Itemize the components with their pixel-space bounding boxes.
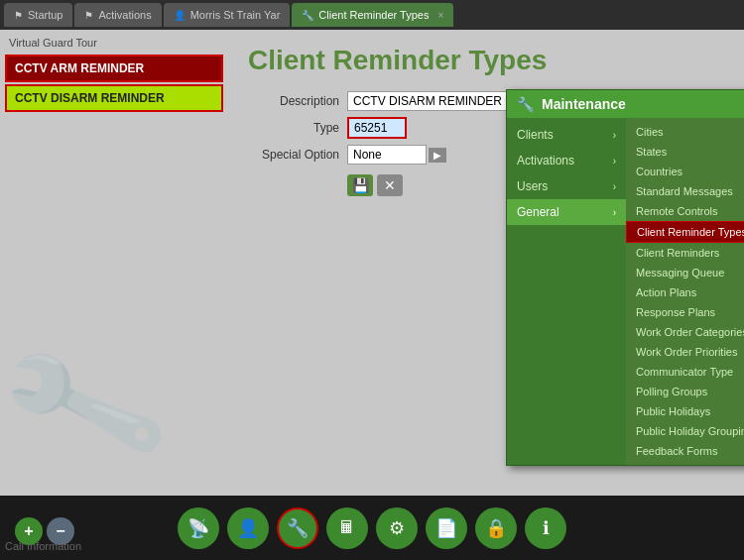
- menu-right-communicator-type[interactable]: Communicator Type: [626, 362, 744, 382]
- reminder-tab-icon: 🔧: [302, 10, 313, 21]
- calculator-icon-button[interactable]: 🖩: [326, 507, 368, 549]
- sidebar-item-arm[interactable]: CCTV ARM REMINDER: [5, 55, 223, 82]
- maintenance-wrench-icon: 🔧: [517, 96, 534, 112]
- maintenance-header: 🔧 Maintenance ✕: [507, 90, 744, 118]
- person-icon-button[interactable]: 👤: [227, 507, 269, 549]
- maintenance-body: Clients › Activations › Users › General …: [507, 118, 744, 465]
- general-chevron: ›: [613, 207, 616, 218]
- menu-right-messaging-queue[interactable]: Messaging Queue: [626, 263, 744, 282]
- info-icon-button[interactable]: ℹ: [525, 507, 566, 549]
- save-button[interactable]: 💾: [347, 174, 373, 196]
- sidebar-header: Virtual Guard Tour: [5, 35, 223, 51]
- menu-right-work-order-priorities[interactable]: Work Order Priorities: [626, 342, 744, 362]
- special-option-value: None: [347, 145, 427, 165]
- info-icon: ℹ: [543, 517, 550, 539]
- morris-tab-icon: 👤: [174, 10, 186, 21]
- menu-right-public-holidays[interactable]: Public Holidays: [626, 401, 744, 421]
- maintenance-right-menu: Cities States Countries Standard Message…: [626, 118, 744, 465]
- bottom-icon-bar: 📡 👤 🔧 🖩 ⚙ 📄 🔒 ℹ: [178, 507, 566, 549]
- left-sidebar: Virtual Guard Tour CCTV ARM REMINDER CCT…: [0, 30, 228, 496]
- activations-chevron: ›: [613, 156, 616, 167]
- signal-icon: 📡: [187, 517, 209, 539]
- users-chevron: ›: [613, 181, 616, 192]
- wrench-watermark: 🔧: [0, 315, 179, 496]
- menu-item-activations[interactable]: Activations ›: [507, 148, 626, 173]
- call-info: Call Information: [5, 540, 81, 552]
- special-option-label: Special Option: [248, 148, 347, 162]
- type-value: 65251: [347, 117, 407, 139]
- tab-activations[interactable]: ⚑ Activations: [74, 3, 161, 27]
- calculator-icon: 🖩: [338, 517, 356, 538]
- startup-tab-icon: ⚑: [14, 10, 23, 21]
- lock-icon: 🔒: [485, 517, 507, 539]
- menu-right-public-holiday-groupings[interactable]: Public Holiday Groupings: [626, 421, 744, 441]
- clients-chevron: ›: [613, 130, 616, 141]
- menu-item-general[interactable]: General ›: [507, 199, 626, 225]
- type-label: Type: [248, 121, 347, 135]
- menu-right-reminder-types[interactable]: Client Reminder Types: [626, 221, 744, 243]
- menu-right-work-order-categories[interactable]: Work Order Categories: [626, 322, 744, 342]
- menu-right-standard-messages[interactable]: Standard Messages: [626, 181, 744, 201]
- maintenance-overlay: 🔧 Maintenance ✕ Clients › Activations › …: [506, 89, 744, 466]
- close-tab-button[interactable]: ×: [437, 10, 443, 21]
- document-icon-button[interactable]: 📄: [426, 507, 467, 549]
- menu-right-cities[interactable]: Cities: [626, 122, 744, 142]
- menu-item-clients[interactable]: Clients ›: [507, 122, 626, 148]
- menu-right-countries[interactable]: Countries: [626, 162, 744, 181]
- gear-icon: ⚙: [389, 517, 405, 539]
- tab-bar: ⚑ Startup ⚑ Activations 👤 Morris St Trai…: [0, 0, 744, 30]
- maintenance-left-menu: Clients › Activations › Users › General …: [507, 118, 626, 465]
- bottom-toolbar: 📡 👤 🔧 🖩 ⚙ 📄 🔒 ℹ: [0, 496, 744, 560]
- menu-right-remote-controls[interactable]: Remote Controls: [626, 201, 744, 221]
- menu-right-states[interactable]: States: [626, 142, 744, 162]
- menu-right-feedback-forms[interactable]: Feedback Forms: [626, 441, 744, 461]
- special-option-dropdown[interactable]: ▶: [429, 148, 446, 163]
- sidebar-item-disarm[interactable]: CCTV DISARM REMINDER: [5, 84, 223, 112]
- menu-right-action-plans[interactable]: Action Plans: [626, 282, 744, 302]
- tab-startup[interactable]: ⚑ Startup: [4, 3, 72, 27]
- person-icon: 👤: [237, 517, 259, 539]
- cancel-button[interactable]: ✕: [377, 174, 403, 196]
- menu-right-polling-groups[interactable]: Polling Groups: [626, 382, 744, 401]
- page-title: Client Reminder Types: [248, 45, 724, 76]
- wrench-icon: 🔧: [287, 517, 309, 539]
- tab-morris[interactable]: 👤 Morris St Train Yar: [164, 3, 291, 27]
- menu-right-response-plans[interactable]: Response Plans: [626, 302, 744, 322]
- menu-item-users[interactable]: Users ›: [507, 173, 626, 199]
- tab-reminder-types[interactable]: 🔧 Client Reminder Types ×: [292, 3, 453, 27]
- menu-right-client-reminders[interactable]: Client Reminders: [626, 243, 744, 263]
- wrench-icon-button[interactable]: 🔧: [277, 507, 318, 549]
- description-label: Description: [248, 94, 347, 108]
- main-area: Virtual Guard Tour CCTV ARM REMINDER CCT…: [0, 30, 744, 496]
- right-content: Client Reminder Types Description Type 6…: [228, 30, 744, 496]
- gear-icon-button[interactable]: ⚙: [376, 507, 418, 549]
- signal-icon-button[interactable]: 📡: [178, 507, 219, 549]
- activations-tab-icon: ⚑: [84, 10, 93, 21]
- lock-icon-button[interactable]: 🔒: [475, 507, 517, 549]
- document-icon: 📄: [435, 517, 457, 539]
